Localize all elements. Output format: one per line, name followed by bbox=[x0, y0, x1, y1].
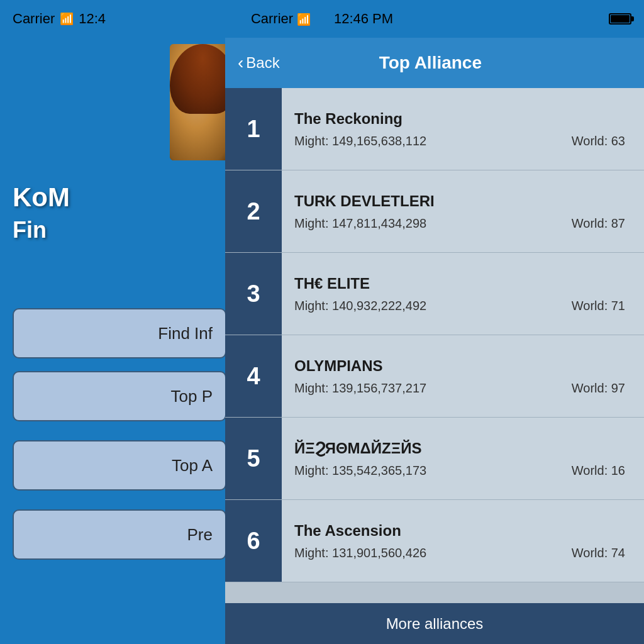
alliance-list[interactable]: 1 The Reckoning Might: 149,165,638,112 W… bbox=[225, 88, 644, 603]
alliance-info: TH€ ELIТE Might: 140,932,222,492 World: … bbox=[282, 264, 644, 325]
rank-badge: 2 bbox=[225, 170, 282, 252]
alliance-list-item[interactable]: 5 ЙΞϨЯΘМΔЙΖΞЙS Might: 135,542,365,173 Wo… bbox=[225, 418, 644, 500]
carrier-right-label: Carrier bbox=[251, 11, 293, 26]
nav-bar: ‹ Back Top Alliance bbox=[225, 38, 644, 88]
alliance-info: TURK DEVLETLERI Might: 147,811,434,298 W… bbox=[282, 181, 644, 242]
alliance-stats: Might: 131,901,560,426 World: 74 bbox=[294, 546, 631, 560]
alliance-name: TH€ ELIТE bbox=[294, 275, 631, 292]
alliance-might: Might: 140,932,222,492 bbox=[294, 299, 559, 313]
alliance-name: TURK DEVLETLERI bbox=[294, 192, 631, 210]
app-title: KoM bbox=[13, 182, 70, 213]
alliance-stats: Might: 140,932,222,492 World: 71 bbox=[294, 299, 631, 313]
alliance-list-item[interactable]: 6 The Ascension Might: 131,901,560,426 W… bbox=[225, 500, 644, 582]
find-info-button[interactable]: Find Inf bbox=[13, 308, 226, 358]
alliance-name: The Reckoning bbox=[294, 110, 631, 128]
app-subtitle: Fin bbox=[13, 217, 47, 243]
alliance-might: Might: 131,901,560,426 bbox=[294, 546, 559, 560]
alliance-world: World: 16 bbox=[572, 464, 625, 478]
carrier-left-label: Carrier bbox=[13, 11, 55, 27]
rank-badge: 5 bbox=[225, 418, 282, 499]
alliance-might: Might: 149,165,638,112 bbox=[294, 134, 559, 148]
main-panel: ‹ Back Top Alliance 1 The Reckoning Migh… bbox=[225, 38, 644, 644]
battery-fill bbox=[611, 15, 630, 23]
back-label: Back bbox=[246, 54, 279, 72]
rank-badge: 6 bbox=[225, 500, 282, 582]
alliance-stats: Might: 135,542,365,173 World: 16 bbox=[294, 464, 631, 478]
alliance-name: ЙΞϨЯΘМΔЙΖΞЙS bbox=[294, 440, 631, 457]
status-right bbox=[609, 13, 631, 25]
rank-badge: 4 bbox=[225, 335, 282, 417]
time-right-label: 12:46 PM bbox=[334, 11, 393, 26]
alliance-stats: Might: 139,156,737,217 World: 97 bbox=[294, 381, 631, 396]
alliance-world: World: 63 bbox=[572, 134, 625, 148]
alliance-world: World: 97 bbox=[572, 381, 625, 396]
alliance-info: ЙΞϨЯΘМΔЙΖΞЙS Might: 135,542,365,173 Worl… bbox=[282, 428, 644, 489]
alliance-info: The Ascension Might: 131,901,560,426 Wor… bbox=[282, 511, 644, 572]
rank-badge: 3 bbox=[225, 253, 282, 335]
wifi-icon-right: 📶 bbox=[297, 13, 311, 26]
more-label: More alliances bbox=[386, 615, 484, 633]
battery-icon bbox=[609, 13, 631, 25]
alliance-list-item[interactable]: 2 TURK DEVLETLERI Might: 147,811,434,298… bbox=[225, 170, 644, 253]
alliance-info: OLYMPIANS Might: 139,156,737,217 World: … bbox=[282, 346, 644, 407]
alliance-might: Might: 139,156,737,217 bbox=[294, 381, 559, 396]
back-button[interactable]: ‹ Back bbox=[238, 53, 280, 73]
status-bar: Carrier 📶 12:4 Carrier 📶 12:46 PM bbox=[0, 0, 644, 38]
alliance-might: Might: 147,811,434,298 bbox=[294, 216, 559, 231]
alliance-name: OLYMPIANS bbox=[294, 357, 631, 375]
alliance-world: World: 74 bbox=[572, 546, 625, 560]
nav-title: Top Alliance bbox=[280, 53, 581, 73]
status-left: Carrier 📶 12:4 bbox=[13, 11, 106, 27]
pre-button[interactable]: Pre bbox=[13, 509, 226, 560]
top-a-button[interactable]: Top A bbox=[13, 440, 226, 491]
alliance-stats: Might: 149,165,638,112 World: 63 bbox=[294, 134, 631, 148]
top-p-button[interactable]: Top P bbox=[13, 371, 226, 421]
status-center: Carrier 📶 12:46 PM bbox=[251, 11, 393, 27]
alliance-name: The Ascension bbox=[294, 522, 631, 540]
back-chevron-icon: ‹ bbox=[238, 53, 243, 73]
wifi-icon-left: 📶 bbox=[60, 12, 74, 26]
rank-badge: 1 bbox=[225, 88, 282, 170]
time-left-label: 12:4 bbox=[79, 11, 106, 27]
alliance-list-item[interactable]: 1 The Reckoning Might: 149,165,638,112 W… bbox=[225, 88, 644, 170]
alliance-list-item[interactable]: 4 OLYMPIANS Might: 139,156,737,217 World… bbox=[225, 335, 644, 418]
more-alliances-button[interactable]: More alliances bbox=[225, 603, 644, 644]
background-app: KoM Fin Find Inf Top P Top A Pre bbox=[0, 0, 233, 644]
alliance-world: World: 87 bbox=[572, 216, 625, 231]
alliance-world: World: 71 bbox=[572, 299, 625, 313]
alliance-info: The Reckoning Might: 149,165,638,112 Wor… bbox=[282, 99, 644, 160]
alliance-might: Might: 135,542,365,173 bbox=[294, 464, 559, 478]
alliance-list-item[interactable]: 3 TH€ ELIТE Might: 140,932,222,492 World… bbox=[225, 253, 644, 335]
alliance-stats: Might: 147,811,434,298 World: 87 bbox=[294, 216, 631, 231]
